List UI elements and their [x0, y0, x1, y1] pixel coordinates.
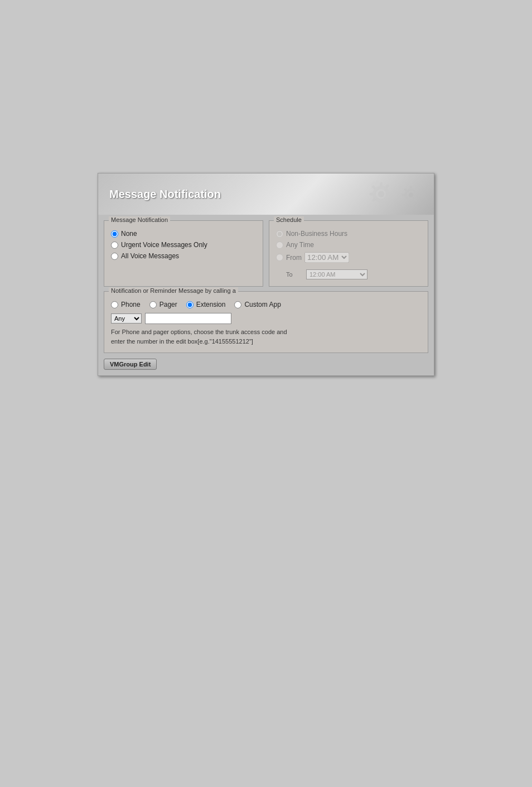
- message-notification-radio-group: None Urgent Voice Messages Only All Voic…: [111, 230, 256, 260]
- radio-custom-app[interactable]: Custom App: [234, 301, 280, 308]
- from-time-select[interactable]: 12:00 AM 12:30 AM 1:00 AM: [304, 252, 349, 263]
- notification-legend: Notification or Reminder Message by call…: [109, 287, 238, 294]
- panel-header: Message Notification: [98, 173, 434, 215]
- vmgroup-edit-button[interactable]: VMGroup Edit: [104, 359, 157, 370]
- to-row: To 12:00 AM 12:30 AM 1:00 AM: [276, 269, 421, 279]
- svg-rect-3: [380, 202, 382, 206]
- radio-any-time[interactable]: Any Time: [276, 241, 421, 249]
- panel-body: Message Notification None Urgent Voice M…: [98, 215, 434, 375]
- radio-non-business-input[interactable]: [276, 230, 283, 238]
- radio-all-input[interactable]: [111, 253, 118, 260]
- to-time-select[interactable]: 12:00 AM 12:30 AM 1:00 AM: [306, 269, 367, 279]
- notification-input-row: Any: [111, 313, 421, 324]
- message-notification-legend: Message Notification: [109, 216, 170, 223]
- radio-any-time-input[interactable]: [276, 242, 283, 249]
- svg-rect-2: [380, 182, 382, 186]
- trunk-select[interactable]: Any: [111, 313, 142, 324]
- radio-non-business[interactable]: Non-Business Hours: [276, 230, 421, 238]
- radio-pager-input[interactable]: [149, 301, 157, 308]
- message-notification-panel: Message Notification: [98, 173, 434, 376]
- gear-decoration: [366, 179, 423, 210]
- message-notification-section: Message Notification None Urgent Voice M…: [104, 220, 263, 287]
- radio-custom-app-input[interactable]: [234, 301, 241, 308]
- gear-icon-small: [399, 184, 423, 207]
- radio-pager-label[interactable]: Pager: [159, 301, 177, 308]
- radio-pager[interactable]: Pager: [149, 301, 177, 308]
- svg-point-1: [378, 191, 384, 197]
- radio-urgent[interactable]: Urgent Voice Messages Only: [111, 241, 256, 249]
- radio-phone-label[interactable]: Phone: [121, 301, 141, 308]
- svg-rect-5: [389, 193, 393, 195]
- radio-urgent-input[interactable]: [111, 242, 118, 249]
- svg-rect-12: [410, 186, 412, 189]
- radio-from[interactable]: From 12:00 AM 12:30 AM 1:00 AM: [276, 252, 421, 263]
- radio-phone[interactable]: Phone: [111, 301, 141, 308]
- schedule-legend: Schedule: [274, 216, 304, 223]
- svg-rect-13: [410, 201, 412, 204]
- radio-none[interactable]: None: [111, 230, 256, 238]
- svg-point-11: [409, 192, 413, 197]
- top-row: Message Notification None Urgent Voice M…: [104, 220, 428, 287]
- radio-from-label[interactable]: From: [286, 254, 302, 262]
- notification-section: Notification or Reminder Message by call…: [104, 291, 428, 353]
- radio-none-input[interactable]: [111, 230, 118, 238]
- svg-rect-14: [402, 194, 405, 196]
- radio-all-label[interactable]: All Voice Messages: [121, 252, 179, 260]
- radio-urgent-label[interactable]: Urgent Voice Messages Only: [121, 241, 207, 249]
- radio-extension-label[interactable]: Extension: [196, 301, 226, 308]
- radio-from-input[interactable]: [276, 254, 283, 261]
- svg-rect-4: [370, 193, 374, 195]
- panel-title: Message Notification: [109, 188, 221, 201]
- schedule-section: Schedule Non-Business Hours Any Time Fro…: [269, 220, 428, 287]
- radio-non-business-label[interactable]: Non-Business Hours: [286, 230, 347, 238]
- gear-icon-large: [366, 179, 396, 210]
- number-input[interactable]: [145, 313, 231, 324]
- help-text: For Phone and pager options, choose the …: [111, 327, 421, 346]
- radio-phone-input[interactable]: [111, 301, 118, 308]
- radio-custom-app-label[interactable]: Custom App: [244, 301, 280, 308]
- notification-radio-row: Phone Pager Extension Custom App: [111, 301, 421, 308]
- schedule-radio-group: Non-Business Hours Any Time From 12:00 A…: [276, 230, 421, 279]
- radio-any-time-label[interactable]: Any Time: [286, 241, 314, 249]
- radio-extension[interactable]: Extension: [186, 301, 226, 308]
- radio-all[interactable]: All Voice Messages: [111, 252, 256, 260]
- radio-extension-input[interactable]: [186, 301, 194, 308]
- to-label: To: [286, 271, 303, 278]
- radio-none-label[interactable]: None: [121, 230, 137, 238]
- svg-rect-15: [417, 194, 420, 196]
